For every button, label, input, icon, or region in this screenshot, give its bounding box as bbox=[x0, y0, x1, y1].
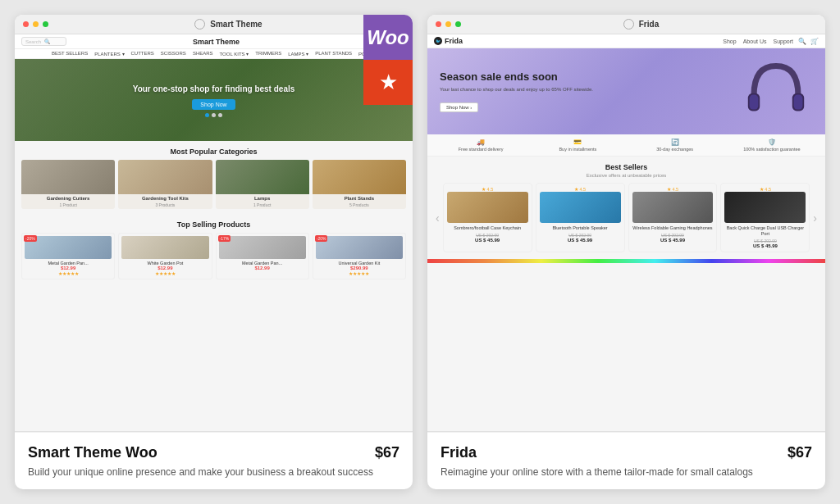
nav-scissors[interactable]: SCISSORS bbox=[161, 51, 186, 57]
woo-label: Woo bbox=[367, 26, 409, 49]
frida-product-img-2 bbox=[540, 192, 621, 223]
nav-lamps[interactable]: LAMPS ▾ bbox=[288, 51, 308, 57]
dot-yellow-2 bbox=[445, 21, 451, 27]
nav-best-sellers[interactable]: BEST SELLERS bbox=[52, 51, 88, 57]
nav-trimmers[interactable]: TRIMMERS bbox=[255, 51, 281, 57]
frida-product-img-3 bbox=[632, 192, 714, 223]
nav-planters[interactable]: PLANTERS ▾ bbox=[94, 51, 124, 57]
frida-rainbow-bar bbox=[427, 259, 825, 263]
window-bar-2: Frida bbox=[427, 15, 825, 34]
window-title-1: Smart Theme bbox=[52, 19, 404, 30]
frida-nav-shop[interactable]: Shop bbox=[723, 39, 736, 44]
hero-dot-2 bbox=[212, 113, 216, 117]
product-1[interactable]: -20% Metal Garden Pan... $12.99 ★★★★★ bbox=[21, 233, 115, 279]
product-3[interactable]: -17% Metal Garden Pan... $12.99 bbox=[216, 233, 309, 279]
woo-red-bg: ★ bbox=[363, 60, 413, 105]
card1-title: Smart Theme Woo bbox=[28, 444, 158, 461]
window-bar-1: Smart Theme bbox=[15, 15, 413, 34]
category-item-3[interactable]: Lamps 1 Product bbox=[216, 160, 309, 209]
card2-footer: Frida $67 Reimagine your online store wi… bbox=[427, 432, 825, 489]
card2-price: $67 bbox=[788, 444, 812, 461]
category-label-2: Gardening Tool Kits bbox=[118, 194, 212, 202]
categories-title: Most Popular Categories bbox=[21, 148, 406, 156]
frida-hero-button[interactable]: Shop Now › bbox=[440, 102, 478, 112]
category-item-4[interactable]: Plant Stands 5 Products bbox=[313, 160, 406, 209]
frida-nav-support[interactable]: Support bbox=[773, 39, 793, 44]
search-placeholder: Search bbox=[25, 39, 41, 44]
nav-shears[interactable]: SHEARS bbox=[193, 51, 213, 57]
smart-hero-button[interactable]: Shop Now bbox=[192, 99, 235, 110]
product-price-3: $12.99 bbox=[219, 266, 306, 270]
cards-container: Smart Theme Search 🔍 Smart Theme 🇺🇸 ♡ 👤 … bbox=[15, 15, 825, 489]
products-title: Top Selling Products bbox=[21, 220, 406, 229]
frida-product-img-4 bbox=[724, 192, 806, 223]
smart-categories: Most Popular Categories Gardening Cutter… bbox=[15, 141, 413, 216]
frida-products-row: ‹ ★ 4.5 Sombrero/football Case Keychain … bbox=[434, 183, 819, 252]
frida-feature-text-2: Buy in installments bbox=[531, 147, 624, 152]
dot-yellow-1 bbox=[33, 21, 39, 27]
product-2[interactable]: White Garden Pot $12.99 ★★★★★ bbox=[118, 233, 212, 279]
frida-bestsellers-title: Best Sellers bbox=[434, 163, 819, 171]
next-arrow[interactable]: › bbox=[811, 211, 819, 225]
category-item-2[interactable]: Gardening Tool Kits 3 Products bbox=[118, 160, 212, 209]
frida-nav: 🐦 Frida Shop About Us Support 🔍 🛒 bbox=[427, 34, 825, 48]
frida-product-2[interactable]: ★ 4.5 Bluetooth Portable Speaker US $ 29… bbox=[536, 183, 625, 252]
card1-footer: Smart Theme Woo $67 Build your unique on… bbox=[15, 432, 413, 489]
card2-desc: Reimagine your online store with a theme… bbox=[441, 465, 812, 479]
product-badge-1: -20% bbox=[24, 235, 37, 242]
product-img-3 bbox=[219, 236, 306, 259]
frida-product-name-4: Back Quick Charge Dual USB Charger Port bbox=[724, 225, 806, 237]
smart-nav: Search 🔍 Smart Theme 🇺🇸 ♡ 👤 🛒 bbox=[15, 34, 413, 49]
frida-feature-2: 💳 Buy in installments bbox=[531, 138, 624, 152]
category-count-4: 5 Products bbox=[313, 202, 406, 209]
frida-product-name-3: Wireless Foldable Gaming Headphones bbox=[632, 225, 714, 231]
product-badge-3: -17% bbox=[218, 235, 231, 242]
nav-plant-stands[interactable]: PLANT STANDS bbox=[315, 51, 352, 57]
window-title-text-2: Frida bbox=[639, 20, 659, 29]
exchange-icon: 🔄 bbox=[628, 138, 722, 146]
frida-nav-icons: 🔍 🛒 bbox=[798, 38, 819, 45]
frida-product-1[interactable]: ★ 4.5 Sombrero/football Case Keychain US… bbox=[443, 183, 532, 252]
frida-hero-title: Season sale ends soon bbox=[440, 70, 813, 84]
category-count-2: 3 Products bbox=[118, 202, 212, 209]
prev-arrow[interactable]: ‹ bbox=[434, 211, 441, 225]
category-item-1[interactable]: Gardening Cutters 1 Product bbox=[21, 160, 115, 209]
category-count-1: 1 Product bbox=[21, 202, 115, 209]
nav-tool-kits[interactable]: TOOL KITS ▾ bbox=[220, 51, 249, 57]
frida-product-3[interactable]: ★ 4.5 Wireless Foldable Gaming Headphone… bbox=[628, 183, 718, 252]
frida-feature-3: 🔄 30-day exchanges bbox=[628, 138, 722, 152]
card-frida: Frida 🐦 Frida Shop About Us Support 🔍 🛒 bbox=[427, 15, 825, 489]
product-stars-4: ★★★★★ bbox=[316, 270, 403, 276]
frida-price-1: US $ 45.99 bbox=[447, 238, 528, 243]
payment-icon: 💳 bbox=[531, 138, 624, 146]
category-grid: Gardening Cutters 1 Product Gardening To… bbox=[21, 160, 406, 209]
frida-feature-4: 🛡️ 100% satisfaction guarantee bbox=[725, 138, 819, 152]
frida-price-2: US $ 45.99 bbox=[540, 238, 621, 243]
frida-logo-text: Frida bbox=[445, 37, 463, 45]
smart-logo: Smart Theme bbox=[71, 38, 361, 46]
frida-feature-text-4: 100% satisfaction guarantee bbox=[725, 147, 819, 152]
nav-cutters[interactable]: CUTTERS bbox=[131, 51, 154, 57]
frida-product-name-2: Bluetooth Portable Speaker bbox=[540, 225, 621, 231]
category-label-1: Gardening Cutters bbox=[21, 194, 115, 202]
product-img-4 bbox=[316, 236, 403, 259]
frida-search-icon[interactable]: 🔍 bbox=[798, 38, 806, 45]
frida-cart-icon[interactable]: 🛒 bbox=[810, 38, 819, 45]
frida-product-name-1: Sombrero/football Case Keychain bbox=[447, 225, 528, 231]
product-4[interactable]: -20% Universal Garden Kit $290.99 ★★★★★ bbox=[313, 233, 406, 279]
hero-dot-3 bbox=[218, 113, 222, 117]
frida-bestsellers-sub: Exclusive offers at unbeatable prices bbox=[434, 173, 819, 178]
card-smart-theme: Smart Theme Search 🔍 Smart Theme 🇺🇸 ♡ 👤 … bbox=[15, 15, 413, 489]
frida-price-4: US $ 45.99 bbox=[724, 243, 806, 248]
frida-product-4[interactable]: ★ 4.5 Back Quick Charge Dual USB Charger… bbox=[720, 183, 810, 252]
frida-nav-about[interactable]: About Us bbox=[743, 39, 767, 44]
frida-bestsellers: Best Sellers Exclusive offers at unbeata… bbox=[427, 157, 825, 259]
category-label-4: Plant Stands bbox=[313, 194, 406, 202]
category-img-3 bbox=[216, 160, 309, 194]
dot-red-2 bbox=[436, 21, 441, 27]
frida-hero-sub: Your last chance to shop our deals and e… bbox=[440, 86, 813, 93]
smart-hero-text: Your one-stop shop for finding best deal… bbox=[133, 84, 295, 94]
smart-nav-links: BEST SELLERS PLANTERS ▾ CUTTERS SCISSORS… bbox=[15, 49, 413, 59]
delivery-icon: 🚚 bbox=[434, 138, 527, 146]
smart-search-input[interactable]: Search 🔍 bbox=[21, 37, 66, 46]
